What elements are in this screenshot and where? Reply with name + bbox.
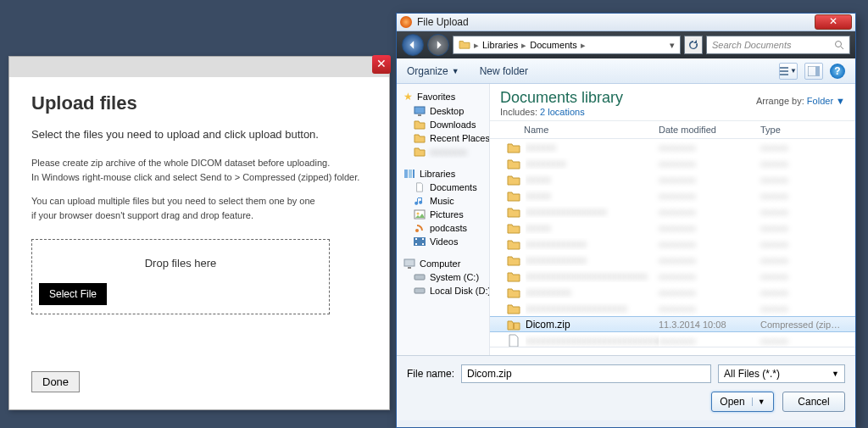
- folder-icon: [459, 39, 470, 51]
- breadcrumb-seg-0[interactable]: Libraries: [482, 40, 518, 50]
- os-nav-bar: ▸ Libraries ▸ Documents ▸ ▾ Search Docum…: [397, 31, 855, 58]
- locations-link[interactable]: 2 locations: [540, 107, 585, 117]
- list-item[interactable]: xxxxxxxxxxxxxxxxxxxxxxxxxxxxxx: [490, 203, 855, 220]
- svg-rect-22: [415, 288, 425, 293]
- os-close-button[interactable]: ✕: [815, 14, 852, 30]
- svg-rect-10: [413, 170, 415, 178]
- list-item-selected[interactable]: Dicom.zip 11.3.2014 10:08 Compressed (zi…: [490, 316, 855, 332]
- os-toolbar: Organize▼ New folder ▼ ?: [397, 58, 855, 84]
- upload-files-dialog: ✕ Upload files Select the files you need…: [8, 56, 390, 410]
- svg-rect-5: [815, 66, 820, 76]
- sidebar-podcasts[interactable]: podcasts: [397, 221, 489, 235]
- sidebar-documents[interactable]: Documents: [397, 181, 489, 194]
- firefox-icon: [400, 16, 412, 28]
- breadcrumb[interactable]: ▸ Libraries ▸ Documents ▸ ▾: [453, 36, 681, 54]
- search-placeholder: Search Documents: [712, 40, 792, 50]
- list-item[interactable]: xxxxxxxxxxxxxxxxxxxxxxxxxxxxxxxxxxxxxxxx…: [490, 332, 855, 347]
- os-footer: File name: All Files (*.*)▼ Open▼ Cancel: [397, 355, 855, 420]
- svg-rect-9: [409, 170, 412, 178]
- list-item[interactable]: xxxxxxxxxxxxxxxxxxxxxxxxxx: [490, 236, 855, 252]
- sidebar-drive-c[interactable]: System (C:): [397, 270, 489, 284]
- upload-note-2: You can upload multiple files but you ne…: [31, 194, 367, 222]
- library-subtitle: Includes: 2 locations: [500, 107, 845, 117]
- svg-rect-18: [422, 243, 424, 245]
- file-type: Compressed (zip…: [760, 320, 845, 330]
- svg-rect-2: [780, 70, 788, 72]
- nav-back-button[interactable]: [402, 34, 424, 56]
- sidebar-libraries[interactable]: Libraries: [397, 167, 489, 181]
- file-upload-os-dialog: File Upload ✕ ▸ Libraries ▸ Documents ▸ …: [396, 13, 856, 428]
- sidebar-computer[interactable]: Computer: [397, 257, 489, 270]
- sidebar-music[interactable]: Music: [397, 194, 489, 208]
- list-item[interactable]: xxxxxxxxxxxxxxxxxxxxxxx: [490, 284, 855, 300]
- sidebar-videos[interactable]: Videos: [397, 235, 489, 248]
- svg-rect-16: [415, 243, 417, 245]
- refresh-button[interactable]: [684, 36, 703, 54]
- list-item[interactable]: xxxxxxxxxxxxxxxxxxxxxx: [490, 155, 855, 171]
- list-item[interactable]: xxxxxxxxxxxxxxxxxxxxxxxxxxxxxxxxxx: [490, 300, 855, 316]
- breadcrumb-seg-1[interactable]: Documents: [530, 40, 577, 50]
- sidebar-downloads[interactable]: Downloads: [397, 118, 489, 131]
- file-name: Dicom.zip: [526, 319, 659, 331]
- new-folder-button[interactable]: New folder: [480, 65, 528, 77]
- svg-rect-3: [780, 74, 788, 75]
- upload-note-1: Please create zip archive of the whole D…: [31, 156, 367, 184]
- arrange-by[interactable]: Arrange by: Folder ▼: [756, 96, 845, 106]
- svg-point-13: [415, 229, 419, 232]
- search-input[interactable]: Search Documents: [706, 36, 850, 54]
- svg-point-0: [836, 42, 842, 47]
- help-button[interactable]: ?: [830, 64, 845, 79]
- list-item[interactable]: xxxxxxxxxxxxxxxxxxx: [490, 187, 855, 203]
- upload-title: Upload files: [31, 92, 367, 114]
- file-filter[interactable]: All Files (*.*)▼: [718, 364, 845, 383]
- sidebar-pictures[interactable]: Pictures: [397, 208, 489, 221]
- list-item[interactable]: xxxxxxxxxxxxxxxxxxxx: [490, 139, 855, 155]
- svg-rect-17: [422, 238, 424, 240]
- zip-icon: [507, 318, 520, 331]
- svg-rect-20: [408, 267, 411, 269]
- svg-rect-19: [404, 259, 415, 266]
- col-type[interactable]: Type: [760, 125, 845, 135]
- sidebar-drive-d[interactable]: Local Disk (D:): [397, 284, 489, 297]
- svg-rect-6: [415, 107, 425, 114]
- view-mode-button[interactable]: ▼: [779, 63, 798, 80]
- drop-zone-label: Drop files here: [39, 252, 322, 283]
- organize-menu[interactable]: Organize▼: [407, 65, 459, 77]
- svg-point-12: [417, 213, 420, 215]
- upload-close-button[interactable]: ✕: [372, 55, 391, 74]
- svg-rect-23: [513, 323, 515, 329]
- svg-rect-7: [418, 114, 421, 116]
- filename-input[interactable]: [461, 364, 711, 383]
- file-date: 11.3.2014 10:08: [659, 320, 760, 330]
- upload-dialog-header: ✕: [9, 57, 389, 77]
- list-item[interactable]: xxxxxxxxxxxxxxxxxxxxxxxxxx: [490, 252, 855, 268]
- open-button[interactable]: Open▼: [711, 392, 774, 412]
- list-item[interactable]: xxxxxxxxxxxxxxxxxxx: [490, 220, 855, 236]
- select-file-button[interactable]: Select File: [39, 283, 107, 305]
- sidebar-desktop[interactable]: Desktop: [397, 104, 489, 118]
- done-button[interactable]: Done: [31, 371, 80, 392]
- cancel-button[interactable]: Cancel: [782, 392, 845, 412]
- os-titlebar: File Upload ✕: [397, 14, 855, 31]
- svg-rect-21: [415, 275, 425, 280]
- list-item[interactable]: xxxxxxxxxxxxxxxxxxx: [490, 171, 855, 187]
- os-window-title: File Upload: [417, 16, 815, 28]
- os-sidebar: ★Favorites Desktop Downloads Recent Plac…: [397, 84, 490, 355]
- sidebar-recent[interactable]: Recent Places: [397, 131, 489, 145]
- list-item[interactable]: xxxxxxxxxxxxxxxxxxxxxxxxxxxxxxxxxxxxxx: [490, 268, 855, 284]
- columns-header[interactable]: Name Date modified Type: [490, 121, 855, 139]
- os-content: Documents library Includes: 2 locations …: [490, 84, 855, 355]
- sidebar-favorites[interactable]: ★Favorites: [397, 89, 489, 104]
- drop-zone[interactable]: Drop files here Select File: [31, 239, 330, 314]
- filename-label: File name:: [407, 368, 454, 380]
- file-list[interactable]: xxxxxxxxxxxxxxxxxxxx xxxxxxxxxxxxxxxxxxx…: [490, 139, 855, 347]
- svg-rect-1: [780, 67, 788, 69]
- upload-subtitle: Select the files you need to upload and …: [31, 128, 367, 141]
- nav-forward-button[interactable]: [427, 34, 449, 56]
- col-date[interactable]: Date modified: [659, 125, 760, 135]
- col-name[interactable]: Name: [524, 125, 659, 135]
- svg-rect-15: [415, 238, 417, 240]
- preview-pane-button[interactable]: [804, 63, 823, 80]
- svg-rect-8: [404, 170, 408, 178]
